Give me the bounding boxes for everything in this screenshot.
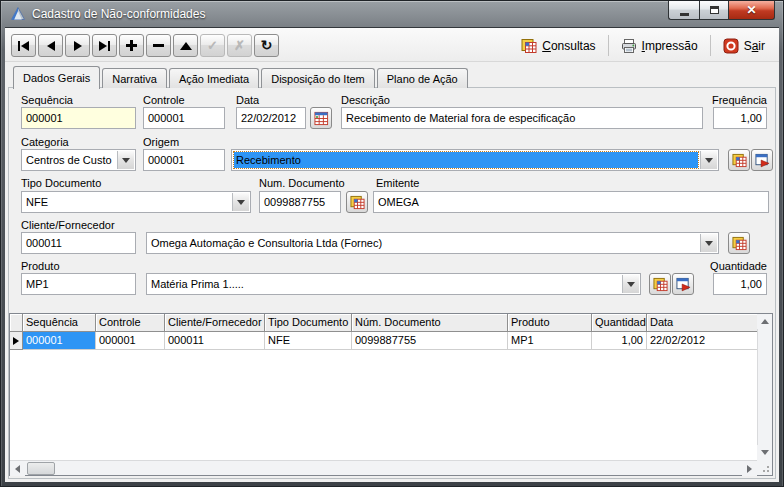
close-button[interactable]: ✕ (729, 1, 775, 20)
grid-col-num-documento: Núm. Documento (352, 314, 508, 332)
scroll-up-button[interactable] (757, 314, 772, 329)
grid-cell-produto[interactable]: MP1 (508, 332, 592, 350)
grid-horizontal-scrollbar[interactable] (10, 460, 757, 475)
origem-cadastro-button[interactable] (751, 149, 773, 171)
num-documento-field[interactable]: 0099887755 (259, 191, 341, 213)
nav-last-button[interactable] (92, 34, 117, 57)
origem-code-field[interactable]: 000001 (143, 149, 225, 171)
produto-dropdown-arrow[interactable] (622, 275, 639, 293)
quantidade-label: Quantidade (710, 260, 767, 272)
arrow-down-icon (761, 450, 769, 455)
post-record-icon: ✓ (207, 39, 218, 52)
origem-descricao-combobox[interactable]: Recebimento (231, 149, 719, 171)
current-row-arrow-icon (13, 337, 19, 345)
nav-edit-button[interactable] (173, 34, 198, 57)
tipo-documento-combobox[interactable]: NFE (21, 191, 251, 213)
grid-vertical-scrollbar[interactable] (757, 314, 772, 460)
produto-code-field[interactable]: MP1 (21, 273, 136, 295)
grid-col-sequencia: Sequência (23, 314, 96, 332)
emitente-label: Emitente (376, 177, 419, 189)
data-lookup-button[interactable] (310, 107, 332, 129)
scroll-right-button[interactable] (742, 461, 757, 476)
db-navigator: ✓ ✗ ↻ (11, 34, 279, 57)
frequencia-field[interactable]: 1,00 (713, 107, 767, 129)
num-documento-consulta-button[interactable] (346, 191, 368, 213)
grid-cell-data[interactable]: 22/02/2012 (647, 332, 757, 350)
produto-consulta-button[interactable] (649, 273, 671, 295)
toolbar-separator (608, 35, 609, 56)
title-bar[interactable]: Cadastro de Não-conformidades ✕ (1, 1, 783, 27)
categoria-dropdown-arrow[interactable] (117, 151, 134, 169)
chevron-down-icon (237, 200, 245, 205)
tab-plano-de-acao[interactable]: Plano de Ação (377, 68, 468, 88)
grid-indicator-header (10, 314, 23, 332)
grid-cell-cliente-fornecedor[interactable]: 000011 (165, 332, 265, 350)
cliente-fornecedor-dropdown-arrow[interactable] (700, 234, 717, 252)
grid-row-indicator (10, 332, 23, 350)
nav-next-button[interactable] (65, 34, 90, 57)
sair-label: Sair (744, 39, 765, 53)
nav-refresh-button[interactable]: ↻ (254, 34, 279, 57)
descricao-field[interactable]: Recebimento de Material fora de especifi… (341, 107, 703, 129)
grid-col-controle: Controle (96, 314, 165, 332)
consultas-button[interactable]: Consultas (511, 34, 605, 57)
nav-delete-button[interactable] (146, 34, 171, 57)
descricao-label: Descrição (341, 94, 390, 106)
insert-record-icon (126, 40, 137, 51)
caption-buttons: ✕ (668, 1, 775, 20)
grid-cell-controle[interactable]: 000001 (96, 332, 165, 350)
origem-consulta-button[interactable] (728, 149, 750, 171)
records-grid: Sequência Controle Cliente/Fornecedor Ti… (9, 313, 773, 476)
tipo-documento-dropdown-arrow[interactable] (232, 193, 249, 211)
tipo-documento-label: Tipo Documento (21, 177, 101, 189)
cliente-fornecedor-combobox[interactable]: Omega Automação e Consultoria Ltda (Forn… (146, 232, 719, 254)
tab-narrativa[interactable]: Narrativa (102, 68, 167, 88)
sair-button[interactable]: Sair (713, 34, 775, 57)
cliente-fornecedor-code-field[interactable]: 000011 (21, 232, 136, 254)
tab-dados-gerais[interactable]: Dados Gerais (13, 66, 100, 89)
grid-cell-quantidade[interactable]: 1,00 (592, 332, 647, 350)
grid-header-row: Sequência Controle Cliente/Fornecedor Ti… (10, 314, 757, 332)
last-record-icon (99, 41, 107, 51)
delete-record-icon (153, 44, 164, 47)
origem-dropdown-arrow[interactable] (700, 151, 717, 169)
first-record-icon (18, 41, 20, 51)
nav-insert-button[interactable] (119, 34, 144, 57)
frequencia-label: Frequência (712, 94, 767, 106)
grid-cell-num-documento[interactable]: 0099887755 (352, 332, 508, 350)
window-run-icon (676, 277, 691, 292)
data-field[interactable]: 22/02/2012 (236, 107, 306, 129)
table-grid-icon (732, 153, 747, 168)
cliente-fornecedor-consulta-button[interactable] (728, 232, 750, 254)
impressao-button[interactable]: Impressão (611, 34, 708, 57)
scroll-left-button[interactable] (10, 461, 25, 476)
scroll-down-button[interactable] (757, 445, 772, 460)
refresh-icon: ↻ (261, 38, 273, 52)
impressao-label: Impressão (642, 39, 698, 53)
emitente-field[interactable]: OMEGA (373, 191, 769, 213)
tab-strip: Dados Gerais Narrativa Ação Imediata Dis… (13, 65, 468, 88)
sequencia-field[interactable]: 000001 (21, 107, 136, 129)
grid-col-cliente-fornecedor: Cliente/Fornecedor (165, 314, 265, 332)
horizontal-scroll-thumb[interactable] (27, 462, 55, 475)
grid-cell-tipo-documento[interactable]: NFE (265, 332, 352, 350)
controle-field[interactable]: 000001 (143, 107, 225, 129)
categoria-combobox[interactable]: Centros de Custo (21, 149, 136, 171)
maximize-button[interactable] (699, 1, 729, 20)
quantidade-field[interactable]: 1,00 (713, 273, 767, 295)
grid-cell-sequencia[interactable]: 000001 (23, 332, 96, 350)
tab-disposicao-do-item[interactable]: Disposição do Item (261, 68, 375, 88)
toolbar-right-group: Consultas Impressão (511, 34, 775, 57)
arrow-up-icon (761, 319, 769, 324)
tab-acao-imediata[interactable]: Ação Imediata (169, 68, 259, 88)
printer-icon (621, 38, 637, 54)
produto-combobox[interactable]: Matéria Prima 1..... (146, 273, 641, 295)
chevron-down-icon (705, 158, 713, 163)
nav-prior-button[interactable] (38, 34, 63, 57)
nav-first-button[interactable] (11, 34, 36, 57)
resize-grip[interactable] (757, 460, 772, 475)
minimize-button[interactable] (668, 1, 699, 20)
produto-cadastro-button[interactable] (672, 273, 694, 295)
arrow-left-icon (15, 465, 20, 473)
grid-col-tipo-documento: Tipo Documento (265, 314, 352, 332)
